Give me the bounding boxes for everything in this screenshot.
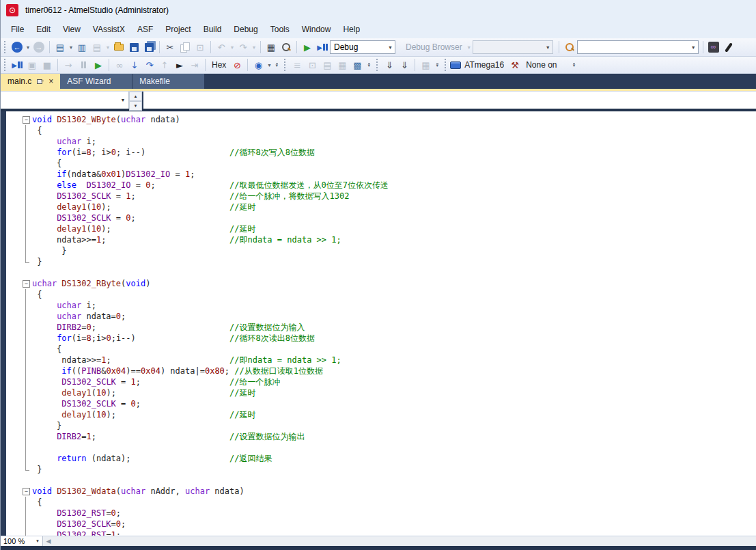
toolbar-grip[interactable] bbox=[3, 59, 8, 71]
step-out-button[interactable]: ↑ bbox=[157, 57, 172, 72]
open-file-button[interactable] bbox=[111, 40, 126, 55]
solution-explorer-button[interactable]: ▩ bbox=[350, 57, 365, 72]
toolbar-overflow-button[interactable]: ▾ bbox=[365, 58, 373, 72]
code-line: uchar i; bbox=[21, 300, 756, 311]
paste-icon: ⊡ bbox=[197, 43, 204, 52]
debug-browser-label[interactable]: Debug Browser bbox=[402, 42, 466, 52]
menu-view[interactable]: View bbox=[57, 22, 87, 37]
context-combo[interactable]: ▼ bbox=[1, 92, 129, 109]
disable-breakpoints-button[interactable]: ⊘ bbox=[229, 57, 244, 72]
program-device-button[interactable]: ⇓ bbox=[382, 57, 397, 72]
save-all-button[interactable] bbox=[141, 40, 156, 55]
navigate-backward-dropdown[interactable]: ▼ bbox=[25, 40, 31, 55]
step-over-button[interactable]: ↷ bbox=[142, 57, 157, 72]
run-to-cursor-button[interactable]: ► bbox=[172, 57, 187, 72]
new-project-dropdown[interactable]: ▼ bbox=[68, 40, 74, 55]
code-editor[interactable]: void DS1302_WByte(uchar ndata) { uchar i… bbox=[1, 111, 756, 536]
menu-debug[interactable]: Debug bbox=[227, 22, 264, 37]
save-button[interactable] bbox=[126, 40, 141, 55]
tab-makefile[interactable]: Makefile bbox=[132, 74, 204, 89]
paste-button[interactable]: ⊡ bbox=[193, 40, 208, 55]
spinner-down-button[interactable]: ▼ bbox=[129, 101, 142, 111]
tools-button[interactable] bbox=[721, 40, 736, 55]
io-view-button[interactable]: ▤ bbox=[320, 57, 335, 72]
device-programming-button[interactable]: ▦ bbox=[418, 57, 433, 72]
start-debugging-button[interactable] bbox=[315, 40, 330, 55]
solution-configuration-combo[interactable]: Debug▼ bbox=[330, 40, 395, 54]
toolbar-overflow-button[interactable]: ▾ bbox=[272, 58, 281, 72]
stop-debugging-button[interactable]: ■ bbox=[40, 57, 55, 72]
navigate-backward-button[interactable]: ← bbox=[10, 40, 25, 55]
process-window-dropdown[interactable]: ▼ bbox=[266, 57, 272, 72]
spinner-up-button[interactable]: ▲ bbox=[129, 92, 142, 101]
find-in-files-button[interactable] bbox=[562, 40, 577, 55]
window-layout-button[interactable]: ▦ bbox=[264, 40, 279, 55]
close-icon[interactable]: × bbox=[48, 78, 53, 85]
hscroll-track[interactable] bbox=[54, 536, 756, 546]
debug-browser-combo[interactable]: ▼ bbox=[473, 40, 553, 54]
menu-asf[interactable]: ASF bbox=[131, 22, 159, 37]
program-device-alt-button[interactable]: ⇓ bbox=[397, 57, 412, 72]
memory-button[interactable]: ⊡ bbox=[305, 57, 320, 72]
continue-button[interactable] bbox=[10, 57, 25, 72]
debug-browser-dropdown[interactable]: ▼ bbox=[466, 40, 473, 55]
process-window-button[interactable]: ◉ bbox=[251, 57, 266, 72]
tool-selector[interactable]: ⚒ bbox=[507, 57, 522, 72]
tab-asf-wizard[interactable]: ASF Wizard bbox=[60, 74, 132, 89]
code-area[interactable]: void DS1302_WByte(uchar ndata) { uchar i… bbox=[21, 111, 756, 536]
redo-button[interactable]: ↷ bbox=[236, 40, 251, 55]
symbol-combo[interactable] bbox=[143, 92, 756, 109]
breakpoint-gutter[interactable] bbox=[6, 111, 21, 536]
menu-help[interactable]: Help bbox=[337, 22, 366, 37]
redo-dropdown[interactable]: ▼ bbox=[251, 40, 257, 55]
outline-collapse-icon[interactable] bbox=[21, 114, 32, 125]
navigate-forward-button[interactable]: → bbox=[31, 40, 46, 55]
new-project-button[interactable]: ▤ bbox=[53, 40, 68, 55]
menu-project[interactable]: Project bbox=[159, 22, 197, 37]
outline-collapse-icon[interactable] bbox=[21, 278, 32, 289]
outline-collapse-icon[interactable] bbox=[21, 486, 32, 497]
toolbar-grip[interactable] bbox=[3, 41, 8, 53]
toolbar-grip[interactable] bbox=[283, 59, 288, 71]
add-item-button[interactable]: ▥ bbox=[74, 40, 89, 55]
device-name-label[interactable]: ATmega16 bbox=[461, 60, 507, 70]
restart-button[interactable]: ▣ bbox=[25, 57, 40, 72]
feedback-button[interactable]: ∞ bbox=[706, 40, 721, 55]
atmel-studio-window: ⊙ timer0612 - AtmelStudio (Administrator… bbox=[0, 0, 756, 550]
start-without-debugging-button[interactable]: ▶ bbox=[300, 40, 315, 55]
toolbar-grip[interactable] bbox=[375, 59, 380, 71]
tool-name-label[interactable]: None on bbox=[522, 60, 560, 70]
callstack-button[interactable]: ≡ bbox=[290, 57, 305, 72]
quick-search-combo[interactable]: ▼ bbox=[577, 40, 699, 54]
add-new-item-dropdown[interactable]: ▼ bbox=[104, 40, 111, 55]
code-line: delay1(10); //延时 bbox=[21, 387, 756, 398]
undo-button[interactable]: ↶ bbox=[214, 40, 229, 55]
run-button[interactable]: ▶ bbox=[91, 57, 106, 72]
break-all-button[interactable] bbox=[76, 57, 91, 72]
set-next-statement-button[interactable]: ⇥ bbox=[187, 57, 202, 72]
hscroll-left-button[interactable]: ◀ bbox=[43, 536, 54, 546]
toolbar-overflow-button[interactable]: ▾ bbox=[570, 58, 578, 72]
device-selector[interactable] bbox=[450, 57, 461, 72]
menu-vassistx[interactable]: VAssistX bbox=[87, 22, 131, 37]
menu-edit[interactable]: Edit bbox=[30, 22, 57, 37]
tab-main-c[interactable]: main.c× bbox=[1, 74, 60, 89]
add-new-item-button[interactable]: ▤ bbox=[89, 40, 104, 55]
show-next-statement-button[interactable]: → bbox=[61, 57, 76, 72]
find-button[interactable] bbox=[279, 40, 294, 55]
undo-dropdown[interactable]: ▼ bbox=[229, 40, 236, 55]
menu-tools[interactable]: Tools bbox=[264, 22, 296, 37]
menu-file[interactable]: File bbox=[5, 22, 30, 37]
toolbar-overflow-button[interactable]: ▾ bbox=[433, 58, 441, 72]
copy-button[interactable] bbox=[178, 40, 193, 55]
step-into-button[interactable]: ↓ bbox=[127, 57, 142, 72]
toolbar-grip[interactable] bbox=[443, 59, 448, 71]
hex-toggle-button[interactable]: Hex bbox=[208, 60, 229, 70]
cut-button[interactable]: ✂ bbox=[163, 40, 178, 55]
quickwatch-button[interactable]: ∞ bbox=[112, 57, 127, 72]
pin-icon[interactable] bbox=[37, 78, 44, 85]
processor-view-button[interactable]: ▦ bbox=[335, 57, 350, 72]
menu-build[interactable]: Build bbox=[197, 22, 228, 37]
menu-window[interactable]: Window bbox=[296, 22, 337, 37]
zoom-combo[interactable]: 100 % ▼ bbox=[1, 536, 43, 546]
